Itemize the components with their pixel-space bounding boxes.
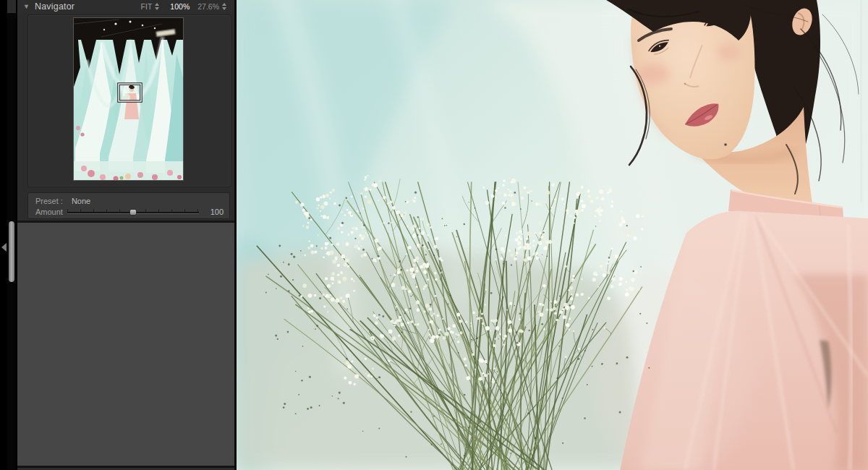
navigator-thumbnail[interactable] — [74, 18, 183, 180]
zoom-level-button[interactable]: 100% — [170, 2, 190, 11]
preset-label: Preset : — [35, 197, 63, 205]
navigator-preview-panel — [27, 14, 231, 187]
amount-value[interactable]: 100 — [205, 208, 224, 216]
disclosure-triangle-icon[interactable]: ▼ — [23, 3, 30, 10]
preset-amount-panel: Preset : None Amount 100 — [27, 192, 230, 219]
slider-thumb[interactable] — [129, 209, 137, 215]
left-panel: ▼ Navigator FIT 100% 27.6% — [16, 0, 234, 470]
amount-label: Amount — [35, 208, 66, 216]
amount-slider[interactable] — [67, 208, 199, 216]
collapse-panel-arrow-icon[interactable] — [1, 243, 7, 252]
zoom-ratio-stepper-icon[interactable] — [222, 2, 226, 11]
zoom-fit-button[interactable]: FIT — [141, 2, 153, 11]
panel-scrollbar[interactable] — [7, 13, 16, 470]
photo-image — [237, 0, 868, 470]
zoom-ratio-button[interactable]: 27.6% — [197, 2, 219, 11]
panel-empty-area — [17, 221, 234, 468]
preset-value-dropdown[interactable]: None — [72, 197, 90, 205]
lightroom-window: ▼ Navigator FIT 100% 27.6% — [0, 0, 868, 470]
navigator-header[interactable]: ▼ Navigator FIT 100% 27.6% — [17, 0, 234, 13]
main-photo-canvas[interactable] — [234, 0, 868, 470]
fit-stepper-icon[interactable] — [155, 2, 159, 11]
panel-collapse-strip[interactable] — [0, 0, 7, 470]
navigator-panel-title: Navigator — [35, 1, 75, 12]
scrollbar-thumb[interactable] — [9, 221, 14, 282]
